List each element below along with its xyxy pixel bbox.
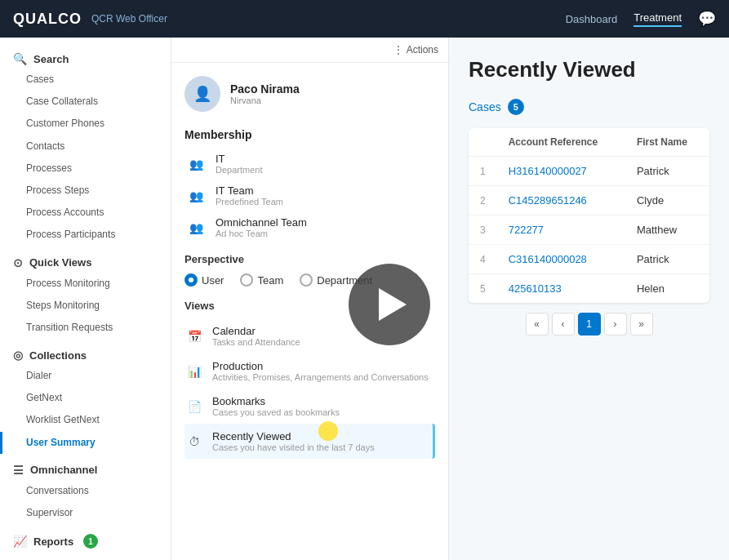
calendar-icon: 📅: [184, 327, 204, 346]
membership-icon-it-team: 👥: [184, 188, 207, 204]
actions-bar: ⋮ Actions: [171, 38, 448, 63]
sidebar-item-case-collaterals[interactable]: Case Collaterals: [0, 91, 171, 113]
perspective-team[interactable]: Team: [240, 273, 283, 287]
table-row[interactable]: 4 C316140000028 Patrick: [469, 245, 709, 274]
sidebar-item-user-summary[interactable]: User Summary: [0, 432, 171, 454]
sidebar-item-process-monitoring[interactable]: Process Monitoring: [0, 273, 171, 295]
membership-info-omnichannel: Omnichannel Team Ad hoc Team: [216, 216, 307, 238]
sidebar-item-process-accounts[interactable]: Process Accounts: [0, 202, 171, 224]
sidebar-item-cases[interactable]: Cases: [0, 69, 171, 91]
play-button[interactable]: [349, 264, 430, 345]
membership-icon-it: 👥: [184, 156, 207, 172]
membership-icon-omnichannel: 👥: [184, 220, 207, 236]
production-icon: 📊: [184, 362, 204, 381]
sidebar-item-process-steps[interactable]: Process Steps: [0, 180, 171, 202]
view-recently-viewed[interactable]: ⏱ Recently Viewed Cases you have visited…: [184, 424, 435, 459]
page-current[interactable]: 1: [578, 313, 601, 336]
avatar: 👤: [184, 76, 220, 112]
table-body: 1 H316140000027 Patrick 2 C145289651246 …: [469, 157, 709, 304]
cell-account-ref[interactable]: 425610133: [497, 274, 625, 304]
sidebar-header-search: 🔍 Search: [0, 46, 171, 69]
sidebar-title-omnichannel: Omnichannel: [30, 464, 97, 476]
sidebar-header-quick-views: ⊙ Quick Views: [0, 250, 171, 273]
sidebar-header-collections: ◎ Collections: [0, 342, 171, 365]
view-production-info: Production Activities, Promises, Arrange…: [212, 360, 429, 382]
view-calendar-label: Calendar: [212, 325, 300, 337]
cell-account-ref[interactable]: C316140000028: [497, 245, 625, 274]
sidebar-title-reports: Reports: [33, 536, 73, 548]
search-icon: 🔍: [13, 52, 27, 65]
sidebar-item-conversations[interactable]: Conversations: [0, 480, 171, 502]
nav-treatment[interactable]: Treatment: [633, 11, 682, 27]
profile-section: 👤 Paco Nirama Nirvana: [171, 63, 448, 125]
actions-button[interactable]: ⋮ Actions: [393, 44, 438, 56]
quick-views-icon: ⊙: [13, 256, 23, 269]
membership-sub-it-team: Predefined Team: [216, 197, 283, 207]
sidebar-item-process-participants[interactable]: Process Participants: [0, 224, 171, 246]
membership-title: Membership: [171, 125, 448, 148]
play-triangle-icon: [379, 288, 407, 321]
cell-num: 4: [469, 245, 497, 274]
cell-account-ref[interactable]: H316140000027: [497, 157, 625, 186]
view-production[interactable]: 📊 Production Activities, Promises, Arran…: [184, 353, 435, 389]
chat-icon[interactable]: 💬: [698, 10, 716, 28]
page-prev-prev[interactable]: «: [526, 313, 549, 336]
table-row[interactable]: 3 722277 Matthew: [469, 216, 709, 245]
top-navigation: QUALCO QCR Web Officer Dashboard Treatme…: [0, 0, 729, 38]
content-area: ⋮ Actions 👤 Paco Nirama Nirvana Membersh…: [171, 38, 729, 560]
page-prev[interactable]: ‹: [552, 313, 575, 336]
sidebar: 🔍 Search Cases Case Collaterals Customer…: [0, 38, 171, 560]
sidebar-item-customer-phones[interactable]: Customer Phones: [0, 113, 171, 135]
actions-label: Actions: [407, 44, 438, 56]
membership-name-it-team: IT Team: [216, 184, 283, 197]
sidebar-item-worklist-getnext[interactable]: Worklist GetNext: [0, 409, 171, 431]
actions-dots: ⋮: [393, 44, 403, 56]
radio-department-circle: [300, 273, 313, 287]
sidebar-item-dialer[interactable]: Dialer: [0, 365, 171, 387]
cell-num: 3: [469, 216, 497, 245]
perspective-user[interactable]: User: [184, 273, 224, 287]
sidebar-title-quick-views: Quick Views: [29, 256, 91, 269]
sidebar-header-reports[interactable]: 📈 Reports 1: [0, 527, 171, 552]
view-recently-viewed-info: Recently Viewed Cases you have visited i…: [212, 430, 375, 452]
membership-omnichannel: 👥 Omnichannel Team Ad hoc Team: [171, 211, 448, 243]
view-bookmarks[interactable]: 📄 Bookmarks Cases you saved as bookmarks: [184, 389, 435, 424]
col-num: [469, 128, 497, 157]
perspective-team-label: Team: [257, 274, 283, 287]
sidebar-item-supervisor[interactable]: Supervisor: [0, 502, 171, 524]
view-recently-viewed-desc: Cases you have visited in the last 7 day…: [212, 442, 375, 452]
view-recently-viewed-label: Recently Viewed: [212, 430, 375, 442]
recently-viewed-icon: ⏱: [184, 432, 204, 451]
table-row[interactable]: 1 H316140000027 Patrick: [469, 157, 709, 186]
cell-account-ref[interactable]: C145289651246: [497, 186, 625, 216]
membership-sub-omnichannel: Ad hoc Team: [216, 229, 307, 238]
perspective-user-label: User: [202, 274, 224, 287]
cases-link[interactable]: Cases: [469, 100, 501, 113]
sidebar-item-steps-monitoring[interactable]: Steps Monitoring: [0, 295, 171, 317]
reports-icon: 📈: [13, 535, 27, 548]
cell-first-name: Patrick: [625, 245, 709, 274]
sidebar-item-getnext[interactable]: GetNext: [0, 387, 171, 409]
cases-count-badge: 5: [508, 99, 524, 115]
nav-links: Dashboard Treatment 💬: [566, 10, 716, 28]
page-next[interactable]: ›: [604, 313, 627, 336]
membership-name-it: IT: [216, 153, 262, 165]
profile-name: Paco Nirama: [230, 82, 300, 96]
table-row[interactable]: 2 C145289651246 Clyde: [469, 186, 709, 216]
membership-it-team: 👥 IT Team Predefined Team: [171, 180, 448, 211]
sidebar-section-quick-views: ⊙ Quick Views Process Monitoring Steps M…: [0, 250, 171, 340]
table-row[interactable]: 5 425610133 Helen: [469, 274, 709, 304]
col-first-name: First Name: [625, 128, 709, 157]
sidebar-header-omnichannel: ☰ Omnichannel: [0, 457, 171, 480]
sidebar-item-processes[interactable]: Processes: [0, 158, 171, 180]
sidebar-item-contacts[interactable]: Contacts: [0, 136, 171, 158]
sidebar-item-transition-requests[interactable]: Transition Requests: [0, 317, 171, 339]
cell-account-ref[interactable]: 722277: [497, 216, 625, 245]
cases-table: Account Reference First Name 1 H31614000…: [469, 128, 709, 303]
view-bookmarks-desc: Cases you saved as bookmarks: [212, 407, 340, 417]
reports-badge: 1: [83, 534, 98, 549]
view-bookmarks-label: Bookmarks: [212, 395, 340, 407]
nav-dashboard[interactable]: Dashboard: [566, 13, 618, 25]
membership-info-it: IT Department: [216, 153, 262, 175]
page-next-next[interactable]: »: [630, 313, 653, 336]
